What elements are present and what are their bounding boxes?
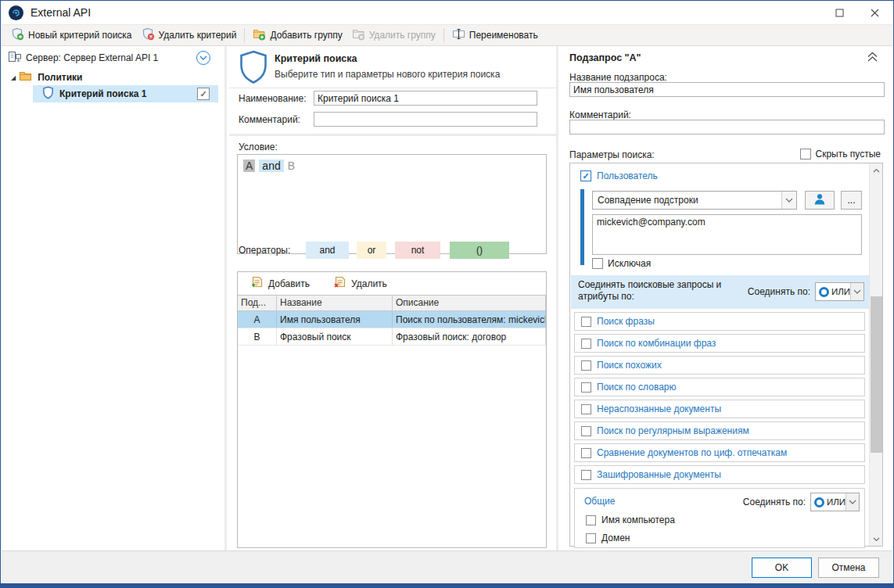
subquery-table-group: Добавить Удалить Под... Название Описани… (237, 271, 547, 548)
scrollbar-thumb[interactable] (871, 296, 882, 453)
checkbox[interactable] (581, 339, 591, 349)
checkbox[interactable] (586, 515, 596, 525)
hide-empty-control[interactable]: Скрыть пустые (800, 149, 881, 160)
search-option-encrypted-documents[interactable]: Зашифрованные документы (574, 465, 865, 484)
checkbox[interactable] (581, 360, 591, 371)
close-button[interactable] (857, 1, 892, 24)
chevron-down-icon[interactable] (850, 283, 863, 300)
join-by-label: Соединять по: (748, 286, 810, 297)
general-option-computer-name[interactable]: Имя компьютера (586, 514, 675, 525)
checkbox[interactable] (586, 533, 596, 543)
hide-empty-checkbox[interactable] (800, 149, 811, 160)
join-by-value: ИЛИ (831, 287, 850, 296)
search-option-unrecognized-documents[interactable]: Нераспознанные документы (574, 400, 865, 418)
column-header-name[interactable]: Название (277, 296, 393, 310)
search-option-phrase-combination[interactable]: Поиск по комбинации фраз (574, 334, 865, 353)
delete-criterion-button[interactable]: Удалить критерий (137, 25, 242, 45)
cancel-button[interactable]: Отмена (818, 558, 879, 578)
delete-subquery-label: Удалить (351, 278, 387, 289)
general-join-by-select[interactable]: ИЛИ (810, 493, 860, 511)
add-subquery-button[interactable]: Добавить (250, 276, 310, 292)
checkbox[interactable] (581, 470, 591, 480)
checkbox[interactable] (581, 404, 591, 414)
new-criterion-button[interactable]: Новый критерий поиска (6, 25, 137, 45)
user-checkbox[interactable] (580, 170, 591, 181)
or-operator-icon (819, 287, 829, 297)
criterion-comment-input[interactable] (314, 112, 537, 127)
maximize-button[interactable] (822, 1, 857, 24)
exclude-checkbox[interactable] (592, 258, 603, 269)
column-header-id[interactable]: Под... (238, 296, 277, 310)
hide-empty-label: Скрыть пустые (816, 149, 881, 160)
add-group-button[interactable]: Добавить группу (248, 25, 346, 45)
checkbox[interactable] (581, 317, 591, 327)
join-by-select[interactable]: ИЛИ (815, 282, 864, 301)
tree-item-server[interactable]: Сервер: Сервер External API 1 (2, 49, 224, 66)
section-divider (229, 134, 556, 136)
policies-label: Политики (38, 72, 82, 83)
search-option-dictionary[interactable]: Поиск по словарю (574, 378, 865, 396)
row-add-icon (250, 276, 264, 292)
operator-not-button[interactable]: not (395, 242, 440, 259)
criterion-label: Критерий поиска 1 (59, 88, 146, 99)
ok-button[interactable]: OK (752, 558, 812, 578)
condition-editor[interactable]: AandB (237, 154, 547, 254)
shield-delete-icon (142, 27, 155, 43)
criterion-shield-icon (42, 86, 54, 102)
collapse-panel-icon[interactable] (867, 52, 878, 65)
subquery-name-input[interactable] (569, 82, 885, 97)
table-row[interactable]: B Фразовый поиск Фразовый поиск: договор (238, 328, 546, 346)
window-bottom-border (1, 583, 893, 587)
match-mode-select[interactable]: Совпадение подстроки (592, 191, 797, 210)
browse-button[interactable]: ... (841, 191, 862, 210)
params-scrollbar[interactable] (869, 163, 882, 546)
user-value-textarea[interactable]: mickevich@company.com (592, 214, 862, 255)
subquery-table-toolbar: Добавить Удалить (238, 272, 546, 296)
policies-folder-icon (19, 70, 32, 84)
join-band: Соединять поисковые запросы и атрибуты п… (571, 275, 869, 309)
checkbox[interactable] (581, 426, 591, 436)
search-option-phrase[interactable]: Поиск фразы (574, 312, 865, 331)
search-option-fingerprints[interactable]: Сравнение документов по циф. отпечаткам (574, 443, 865, 462)
condition-token-a[interactable]: A (243, 160, 255, 172)
operator-parentheses-button[interactable]: () (450, 242, 509, 259)
operators-label: Операторы: (239, 245, 290, 256)
exclude-label: Исключая (608, 258, 651, 269)
tree-expander-icon[interactable]: ◢ (11, 74, 16, 81)
app-logo-icon (9, 5, 23, 20)
search-option-regex[interactable]: Поиск по регулярным выражениям (574, 421, 865, 440)
criterion-checkbox[interactable] (197, 88, 210, 100)
pick-user-button[interactable] (805, 191, 835, 210)
condition-token-b[interactable]: B (288, 160, 295, 172)
chevron-down-icon[interactable] (846, 493, 859, 511)
operator-and-button[interactable]: and (306, 242, 349, 259)
server-label: Сервер: Сервер External API 1 (26, 52, 158, 63)
checkbox[interactable] (581, 448, 591, 458)
row-id: A (238, 311, 277, 328)
checkbox[interactable] (581, 382, 591, 393)
operator-or-button[interactable]: or (357, 242, 386, 259)
delete-subquery-button[interactable]: Удалить (333, 276, 387, 292)
delete-group-button[interactable]: Удалить группу (347, 25, 440, 45)
scroll-down-icon[interactable] (870, 532, 883, 546)
scroll-up-icon[interactable] (870, 163, 883, 177)
row-name: Имя пользователя (277, 311, 393, 328)
criterion-name-input[interactable] (314, 91, 537, 106)
general-section: Общие Соединять по: ИЛИ Имя компьютера (574, 488, 865, 548)
server-chevron-down-icon[interactable] (196, 51, 210, 65)
subquery-comment-input[interactable] (569, 120, 885, 134)
column-header-description[interactable]: Описание (393, 296, 546, 310)
general-option-domain[interactable]: Домен (586, 532, 630, 543)
user-section-header[interactable]: Пользователь (580, 170, 658, 181)
tree-item-policies[interactable]: ◢ Политики (2, 70, 224, 85)
condition-token-and[interactable]: and (259, 160, 283, 172)
chevron-down-icon[interactable] (781, 192, 796, 209)
rename-button[interactable]: Переименовать (447, 26, 543, 45)
join-band-label: Соединять поисковые запросы и атрибуты п… (578, 279, 721, 303)
exclude-control[interactable]: Исключая (592, 258, 651, 269)
tree-item-criterion[interactable]: Критерий поиска 1 (2, 85, 224, 102)
search-option-similar[interactable]: Поиск похожих (574, 356, 865, 375)
table-row[interactable]: A Имя пользователя Поиск по пользователя… (238, 311, 546, 328)
user-section-accent-bar (580, 189, 584, 265)
new-criterion-label: Новый критерий поиска (28, 30, 132, 41)
